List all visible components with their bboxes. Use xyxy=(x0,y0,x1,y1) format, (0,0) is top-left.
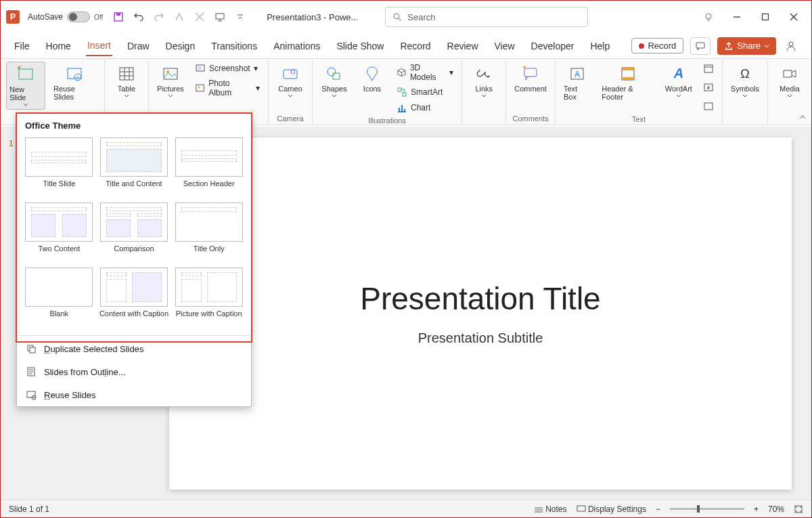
titlebar: P AutoSave Off Presentation3 - Powe... S… xyxy=(1,1,811,33)
chart-label: Chart xyxy=(411,103,430,112)
tab-review[interactable]: Review xyxy=(446,37,480,56)
tab-draw[interactable]: Draw xyxy=(126,37,151,56)
svg-rect-21 xyxy=(333,73,340,79)
zoom-out-button[interactable]: − xyxy=(656,504,660,514)
photo-album-button[interactable]: Photo Album ▾ xyxy=(192,77,263,99)
slide-title-placeholder[interactable]: Presentation Title xyxy=(360,280,600,317)
tab-insert[interactable]: Insert xyxy=(86,36,112,56)
svg-rect-37 xyxy=(30,347,35,353)
layout-section-header[interactable]: Section Header xyxy=(173,137,244,197)
notes-button[interactable]: Notes xyxy=(534,504,567,514)
object-button[interactable] xyxy=(700,100,717,113)
textbox-button[interactable]: AText Box xyxy=(561,62,593,104)
links-button[interactable]: Links xyxy=(468,62,500,100)
account-button[interactable] xyxy=(783,38,799,54)
tab-design[interactable]: Design xyxy=(164,37,197,56)
tab-slideshow[interactable]: Slide Show xyxy=(335,37,385,56)
slide-number-button[interactable]: # xyxy=(700,81,717,94)
new-slide-button[interactable]: New Slide xyxy=(6,62,45,110)
photo-album-icon xyxy=(195,83,205,93)
layout-blank[interactable]: Blank xyxy=(24,267,95,327)
layout-title-content[interactable]: Title and Content xyxy=(99,137,170,197)
comments-pane-button[interactable] xyxy=(690,37,710,55)
wordart-button[interactable]: AWordArt xyxy=(662,62,695,100)
media-button[interactable]: Media xyxy=(773,62,806,100)
date-time-button[interactable] xyxy=(700,62,717,75)
tab-help[interactable]: Help xyxy=(589,37,611,56)
screenshot-button[interactable]: Screenshot ▾ xyxy=(192,62,263,75)
3d-models-button[interactable]: 3D Models ▾ xyxy=(394,62,456,83)
qat-more-icon[interactable] xyxy=(234,11,246,23)
table-button[interactable]: Table xyxy=(110,62,143,100)
tab-transitions[interactable]: Transitions xyxy=(210,37,258,56)
lightbulb-icon[interactable] xyxy=(700,9,717,25)
pictures-label: Pictures xyxy=(157,85,184,93)
close-button[interactable] xyxy=(786,9,802,25)
smartart-button[interactable]: SmartArt xyxy=(394,85,456,99)
collapse-ribbon-button[interactable] xyxy=(798,112,807,122)
slide-subtitle-placeholder[interactable]: Presentation Subtitle xyxy=(418,330,543,346)
display-settings-button[interactable]: Display Settings xyxy=(577,504,646,514)
record-dot-icon xyxy=(639,43,644,49)
duplicate-slides-action[interactable]: Duplicate Selected Slides xyxy=(17,337,251,360)
qat-icon-2[interactable] xyxy=(194,11,206,23)
save-icon[interactable] xyxy=(112,11,125,23)
tab-developer[interactable]: Developer xyxy=(530,37,576,56)
search-input[interactable]: Search xyxy=(385,7,588,27)
qat-icon-1[interactable] xyxy=(173,11,185,23)
icons-button[interactable]: Icons xyxy=(356,62,388,95)
chevron-down-icon xyxy=(481,94,487,98)
layout-comparison[interactable]: Comparison xyxy=(99,202,170,262)
dropdown-header: Office Theme xyxy=(17,114,251,137)
header-footer-button[interactable]: Header & Footer xyxy=(599,62,657,104)
group-label-text: Text xyxy=(632,113,646,125)
tab-record[interactable]: Record xyxy=(399,37,432,56)
maximize-button[interactable] xyxy=(757,9,773,25)
present-icon[interactable] xyxy=(214,11,226,23)
comment-button[interactable]: Comment xyxy=(512,62,549,95)
tab-home[interactable]: Home xyxy=(45,37,72,56)
pictures-button[interactable]: Pictures xyxy=(154,62,187,100)
layout-content-caption[interactable]: Content with Caption xyxy=(99,267,170,327)
chevron-down-icon xyxy=(676,94,681,98)
tab-file[interactable]: File xyxy=(13,37,31,56)
tab-animations[interactable]: Animations xyxy=(272,37,321,56)
link-icon xyxy=(474,64,493,83)
wordart-icon: A xyxy=(669,64,688,83)
reuse-slides-action[interactable]: Reuse Slides xyxy=(17,383,251,406)
layout-picture-caption[interactable]: Picture with Caption xyxy=(173,267,244,327)
undo-icon[interactable] xyxy=(133,11,145,23)
autosave-toggle[interactable]: AutoSave Off xyxy=(28,12,103,22)
record-button[interactable]: Record xyxy=(631,38,683,53)
zoom-level[interactable]: 70% xyxy=(768,504,784,514)
layout-label: Title Slide xyxy=(43,179,75,197)
minimize-button[interactable] xyxy=(729,9,745,25)
symbols-button[interactable]: ΩSymbols xyxy=(728,62,762,100)
layout-two-content[interactable]: Two Content xyxy=(24,202,95,262)
zoom-in-button[interactable]: + xyxy=(754,504,759,514)
svg-rect-39 xyxy=(27,391,35,397)
chart-button[interactable]: Chart xyxy=(394,101,456,114)
toggle-icon[interactable] xyxy=(67,12,90,22)
ribbon-group-comments: Comment Comments xyxy=(506,59,556,125)
svg-text:#: # xyxy=(707,85,710,90)
symbols-icon: Ω xyxy=(736,64,754,83)
duplicate-icon xyxy=(25,343,37,355)
slide-canvas[interactable]: Presentation Title Presentation Subtitle xyxy=(169,137,792,490)
cameo-button[interactable]: Cameo xyxy=(274,62,307,100)
tab-view[interactable]: View xyxy=(493,37,516,56)
layout-title-slide[interactable]: Title Slide xyxy=(24,137,95,197)
slides-from-outline-action[interactable]: Slides from Outline... xyxy=(17,360,251,383)
chevron-down-icon xyxy=(787,94,792,98)
fit-to-window-button[interactable] xyxy=(794,504,803,514)
share-button[interactable]: Share xyxy=(717,37,776,55)
zoom-slider[interactable] xyxy=(670,508,744,510)
shapes-button[interactable]: Shapes xyxy=(318,62,351,100)
screenshot-label: Screenshot xyxy=(209,64,250,73)
reuse-slides-button[interactable]: Reuse Slides xyxy=(51,62,99,104)
svg-point-17 xyxy=(198,87,200,89)
textbox-label: Text Box xyxy=(564,85,591,101)
ribbon-tabs: File Home Insert Draw Design Transitions… xyxy=(1,33,811,59)
redo-icon[interactable] xyxy=(153,11,165,23)
layout-title-only[interactable]: Title Only xyxy=(173,202,244,262)
